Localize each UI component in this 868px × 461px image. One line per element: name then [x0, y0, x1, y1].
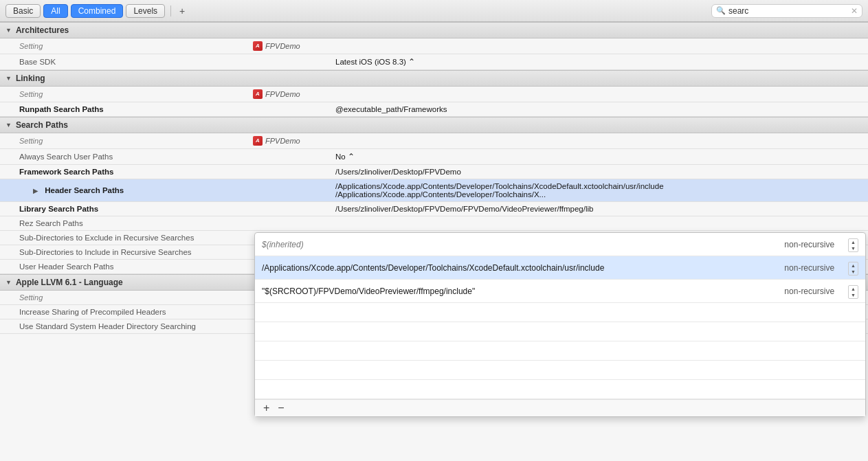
- section-triangle-linking: ▼: [5, 75, 12, 82]
- setting-system-header: Use Standard System Header Directory Sea…: [0, 319, 247, 334]
- stepper-down-xcode[interactable]: ▼: [849, 269, 858, 275]
- setting-precompiled: Increase Sharing of Precompiled Headers: [0, 305, 247, 319]
- section-linking[interactable]: ▼ Linking: [0, 70, 868, 87]
- stepper-xcode[interactable]: ▲ ▼: [848, 262, 858, 276]
- table-row: Library Search Paths /Users/zlinoliver/D…: [0, 202, 868, 216]
- col-target-header-linking: A FPVDemo: [247, 87, 330, 102]
- stepper-up[interactable]: ▲: [849, 239, 858, 245]
- popover-stepper-inherited[interactable]: ▲ ▼: [841, 233, 865, 256]
- setting-header-search: ▶ Header Search Paths: [0, 179, 247, 202]
- col-target-header: A FPVDemo: [247, 38, 330, 54]
- popover-row: "$(SRCROOT)/FPVDemo/VideoPreviewer/ffmpe…: [255, 280, 865, 303]
- popover-row-highlight: /Applications/Xcode.app/Contents/Develop…: [255, 256, 865, 280]
- value-header-search[interactable]: /Applications/Xcode.app/Contents/Develop…: [330, 179, 868, 202]
- header-search-popover: $(inherited) non-recursive ▲ ▼ /Applicat…: [254, 232, 866, 417]
- target-icon-linking: A: [253, 89, 263, 99]
- table-row: Setting A FPVDemo: [0, 133, 868, 149]
- table-row: Rez Search Paths: [0, 216, 868, 231]
- search-clear-button[interactable]: ✕: [851, 6, 858, 16]
- col-value-header: [330, 38, 868, 54]
- value-base-sdk[interactable]: Latest iOS (iOS 8.3) ⌃: [330, 54, 868, 70]
- linking-table: Setting A FPVDemo Runpath Search Paths @…: [0, 87, 868, 117]
- popover-path-xcode[interactable]: /Applications/Xcode.app/Contents/Develop…: [255, 256, 745, 280]
- section-architectures[interactable]: ▼ Architectures: [0, 22, 868, 38]
- table-row: Setting A FPVDemo: [0, 38, 868, 54]
- search-icon: 🔍: [716, 6, 726, 15]
- section-search-paths[interactable]: ▼ Search Paths: [0, 117, 868, 133]
- value-runpath[interactable]: @executable_path/Frameworks: [330, 102, 868, 117]
- tab-levels[interactable]: Levels: [126, 4, 165, 18]
- setting-rez-search: Rez Search Paths: [0, 216, 247, 231]
- search-box: 🔍 ✕: [711, 4, 863, 18]
- tab-combined[interactable]: Combined: [71, 4, 124, 18]
- section-label-linking: Linking: [16, 74, 45, 83]
- section-label-search-paths: Search Paths: [16, 120, 68, 130]
- table-row-selected[interactable]: ▶ Header Search Paths /Applications/Xcod…: [0, 179, 868, 202]
- tab-basic[interactable]: Basic: [5, 4, 41, 18]
- popover-add-button[interactable]: +: [260, 403, 272, 414]
- target-base-sdk: [247, 54, 330, 70]
- target-runpath: [247, 102, 330, 117]
- stepper-down[interactable]: ▼: [849, 245, 858, 251]
- toolbar: Basic All Combined Levels + 🔍 ✕: [0, 0, 868, 22]
- popover-empty-row: [255, 303, 865, 322]
- section-triangle-architectures: ▼: [5, 27, 12, 34]
- setting-always-search: Always Search User Paths: [0, 149, 247, 165]
- col-target-header-sp: A FPVDemo: [247, 133, 330, 149]
- table-row: Runpath Search Paths @executable_path/Fr…: [0, 102, 868, 117]
- setting-library-search: Library Search Paths: [0, 202, 247, 216]
- popover-table: $(inherited) non-recursive ▲ ▼ /Applicat…: [255, 233, 865, 399]
- popover-stepper-srcroot[interactable]: ▲ ▼: [841, 280, 865, 303]
- col-setting-header-linking: Setting: [0, 87, 247, 102]
- setting-subdirs-include: Sub-Directories to Include in Recursive …: [0, 245, 247, 260]
- value-rez-search[interactable]: [330, 216, 868, 231]
- toolbar-separator: [170, 5, 171, 16]
- stepper-down-srcroot[interactable]: ▼: [849, 292, 858, 298]
- stepper-up-srcroot[interactable]: ▲: [849, 286, 858, 292]
- popover-footer: + −: [255, 399, 865, 416]
- popover-recursive-srcroot: non-recursive: [745, 280, 841, 303]
- tab-all[interactable]: All: [43, 4, 67, 18]
- setting-user-header: User Header Search Paths: [0, 260, 247, 274]
- setting-runpath: Runpath Search Paths: [0, 102, 247, 117]
- col-setting-header-llvm: Setting: [0, 291, 247, 305]
- setting-subdirs-exclude: Sub-Directories to Exclude in Recursive …: [0, 231, 247, 245]
- setting-framework-search: Framework Search Paths: [0, 165, 247, 179]
- target-icon-sp: A: [253, 136, 263, 146]
- table-row: Base SDK Latest iOS (iOS 8.3) ⌃: [0, 54, 868, 70]
- value-library-search[interactable]: /Users/zlinoliver/Desktop/FPVDemo/FPVDem…: [330, 202, 868, 216]
- expand-arrow-header-search: ▶: [33, 188, 40, 194]
- stepper-srcroot[interactable]: ▲ ▼: [848, 285, 858, 299]
- section-label-architectures: Architectures: [16, 25, 69, 35]
- popover-recursive-xcode: non-recursive: [745, 256, 841, 280]
- popover-path-srcroot[interactable]: "$(SRCROOT)/FPVDemo/VideoPreviewer/ffmpe…: [255, 280, 745, 303]
- setting-base-sdk: Base SDK: [0, 54, 247, 70]
- popover-empty-row: [255, 341, 865, 361]
- popover-empty-row: [255, 361, 865, 380]
- search-input[interactable]: [728, 6, 848, 16]
- popover-empty-row: [255, 380, 865, 399]
- target-icon: A: [253, 41, 263, 51]
- popover-recursive-inherited: non-recursive: [745, 233, 841, 256]
- value-framework-search[interactable]: /Users/zlinoliver/Desktop/FPVDemo: [330, 165, 868, 179]
- col-setting-header-sp: Setting: [0, 133, 247, 149]
- popover-stepper-xcode[interactable]: ▲ ▼: [841, 256, 865, 280]
- section-triangle-llvm: ▼: [5, 279, 12, 286]
- stepper-inherited[interactable]: ▲ ▼: [848, 238, 858, 252]
- popover-empty-row: [255, 322, 865, 341]
- popover-remove-button[interactable]: −: [275, 403, 287, 414]
- popover-row: $(inherited) non-recursive ▲ ▼: [255, 233, 865, 256]
- stepper-up-xcode[interactable]: ▲: [849, 262, 858, 269]
- col-value-header-linking: [330, 87, 868, 102]
- table-row: Setting A FPVDemo: [0, 87, 868, 102]
- architectures-table: Setting A FPVDemo Base SDK Latest iOS (i…: [0, 38, 868, 70]
- add-tab-button[interactable]: +: [177, 5, 188, 16]
- popover-path-inherited[interactable]: $(inherited): [255, 233, 745, 256]
- col-setting-header: Setting: [0, 38, 247, 54]
- value-always-search[interactable]: No ⌃: [330, 149, 868, 165]
- section-label-llvm: Apple LLVM 6.1 - Language: [16, 278, 123, 287]
- table-row: Framework Search Paths /Users/zlinoliver…: [0, 165, 868, 179]
- section-triangle-search-paths: ▼: [5, 122, 12, 128]
- table-row: Always Search User Paths No ⌃: [0, 149, 868, 165]
- col-value-header-sp: [330, 133, 868, 149]
